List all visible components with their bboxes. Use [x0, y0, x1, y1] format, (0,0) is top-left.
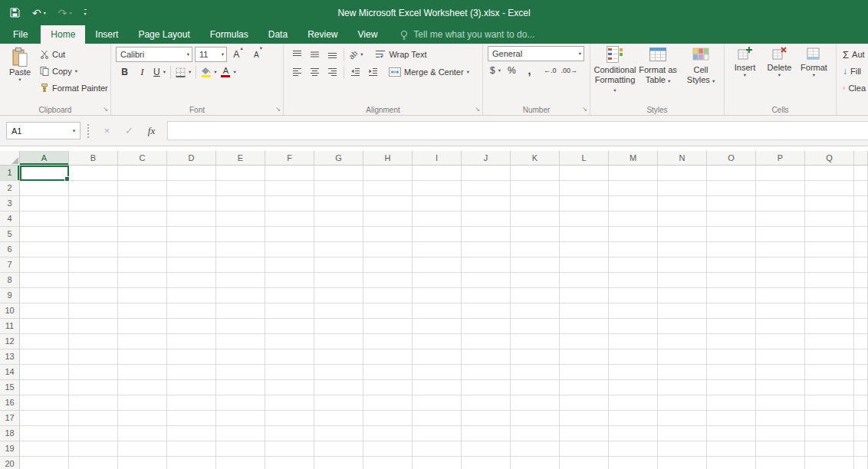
cell-E8[interactable] [216, 273, 265, 288]
tab-review[interactable]: Review [298, 25, 347, 44]
cell-N6[interactable] [658, 242, 707, 257]
cell-K8[interactable] [511, 273, 560, 288]
orientation-button[interactable]: ab▾ [347, 46, 365, 63]
cell-P15[interactable] [756, 380, 805, 395]
cell-I8[interactable] [413, 273, 462, 288]
cell-P2[interactable] [756, 181, 805, 196]
cell-M19[interactable] [609, 441, 658, 457]
cell-F9[interactable] [265, 288, 314, 303]
cell-E7[interactable] [216, 257, 265, 273]
clipboard-dialog-launcher[interactable]: ↘ [103, 107, 108, 113]
row-header-16[interactable]: 16 [0, 395, 20, 411]
cell-H6[interactable] [363, 242, 413, 257]
cell-F3[interactable] [265, 196, 314, 212]
cell-G2[interactable] [314, 181, 363, 196]
cell-G9[interactable] [314, 288, 363, 303]
cell-E11[interactable] [216, 319, 265, 334]
cell-I6[interactable] [413, 242, 462, 257]
cell-H9[interactable] [363, 288, 413, 303]
cell-N12[interactable] [658, 334, 707, 349]
cell-B5[interactable] [69, 227, 118, 242]
cell-L17[interactable] [560, 411, 609, 426]
formula-input[interactable] [167, 121, 868, 140]
column-header-N[interactable]: N [658, 151, 707, 166]
cell-L5[interactable] [560, 227, 609, 242]
copy-button[interactable]: Copy ▾ [38, 63, 110, 80]
cell-G6[interactable] [314, 242, 363, 257]
cell-E16[interactable] [216, 395, 265, 411]
cell-P6[interactable] [756, 242, 805, 257]
cell-G13[interactable] [314, 349, 363, 365]
accounting-format-button[interactable]: $▾ [488, 62, 503, 79]
cell-F16[interactable] [265, 395, 314, 411]
cell-O16[interactable] [707, 395, 756, 411]
cell-D6[interactable] [167, 242, 216, 257]
cell-C6[interactable] [118, 242, 167, 257]
cell-P17[interactable] [756, 411, 805, 426]
cell-E9[interactable] [216, 288, 265, 303]
cell-Q2[interactable] [805, 181, 854, 196]
cell-A9[interactable] [20, 288, 69, 303]
cell-J3[interactable] [462, 196, 511, 212]
cell-Q5[interactable] [805, 227, 854, 242]
row-header-19[interactable]: 19 [0, 441, 20, 457]
cell-O8[interactable] [707, 273, 756, 288]
cell-I7[interactable] [413, 257, 462, 273]
cell-D10[interactable] [167, 303, 216, 319]
cell-F1[interactable] [265, 166, 314, 181]
cell-G17[interactable] [314, 411, 363, 426]
cell-H7[interactable] [363, 257, 413, 273]
wrap-text-button[interactable]: Wrap Text [373, 46, 429, 63]
cell-A11[interactable] [20, 319, 69, 334]
cell-P13[interactable] [756, 349, 805, 365]
column-header-E[interactable]: E [216, 151, 265, 166]
cell-I1[interactable] [413, 166, 462, 181]
cell-M13[interactable] [609, 349, 658, 365]
column-header-B[interactable]: B [69, 151, 118, 166]
borders-button[interactable]: ▾ [173, 64, 193, 80]
cell-M1[interactable] [609, 166, 658, 181]
cell-I11[interactable] [413, 319, 462, 334]
cell-I12[interactable] [413, 334, 462, 349]
cell-L13[interactable] [560, 349, 609, 365]
save-button[interactable] [10, 8, 20, 18]
cell-K19[interactable] [511, 441, 560, 457]
cell-B12[interactable] [69, 334, 118, 349]
row-header-14[interactable]: 14 [0, 365, 20, 380]
cell-M18[interactable] [609, 426, 658, 441]
cell-Q6[interactable] [805, 242, 854, 257]
cell-F15[interactable] [265, 380, 314, 395]
row-header-6[interactable]: 6 [0, 242, 20, 257]
cell-I17[interactable] [413, 411, 462, 426]
redo-button[interactable]: ↷▾ [58, 8, 72, 18]
cell-D8[interactable] [167, 273, 216, 288]
row-header-18[interactable]: 18 [0, 426, 20, 441]
cell-K13[interactable] [511, 349, 560, 365]
cell-Q4[interactable] [805, 212, 854, 227]
cell-O13[interactable] [707, 349, 756, 365]
cell-K20[interactable] [511, 457, 560, 469]
cell-H16[interactable] [363, 395, 413, 411]
percent-style-button[interactable]: % [503, 62, 521, 79]
cell-G20[interactable] [314, 457, 363, 469]
row-header-8[interactable]: 8 [0, 273, 20, 288]
cell-J19[interactable] [462, 441, 511, 457]
cell-C7[interactable] [118, 257, 167, 273]
cell-K14[interactable] [511, 365, 560, 380]
cancel-button[interactable]: × [96, 122, 118, 139]
cell-P20[interactable] [756, 457, 805, 469]
cell-partial-17[interactable] [854, 411, 868, 426]
tab-formulas[interactable]: Formulas [200, 25, 258, 44]
cell-G14[interactable] [314, 365, 363, 380]
cell-B4[interactable] [69, 212, 118, 227]
bold-button[interactable]: B [116, 64, 133, 80]
increase-indent-button[interactable] [364, 64, 382, 80]
cell-A3[interactable] [20, 196, 69, 212]
cell-N2[interactable] [658, 181, 707, 196]
cell-J17[interactable] [462, 411, 511, 426]
cell-M11[interactable] [609, 319, 658, 334]
cell-L14[interactable] [560, 365, 609, 380]
cell-A13[interactable] [20, 349, 69, 365]
cell-D5[interactable] [167, 227, 216, 242]
cell-H13[interactable] [363, 349, 413, 365]
